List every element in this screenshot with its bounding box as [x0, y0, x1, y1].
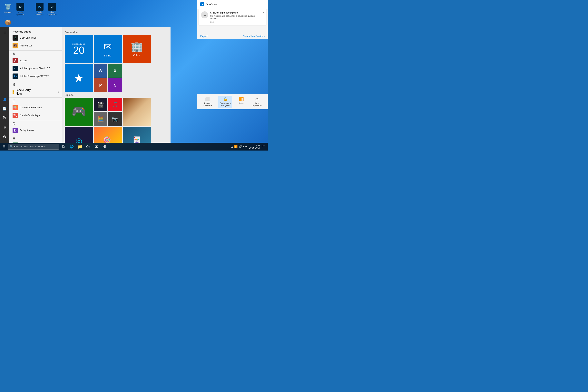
photoshop-icon: Ps — [36, 3, 44, 10]
desktop-icon-lightroom2[interactable]: Lr Adobe Lightroom... — [46, 2, 58, 16]
tile-groove[interactable]: 🎵 — [108, 98, 122, 111]
photoshop-list-icon: Ps — [12, 74, 18, 79]
tile-calendar[interactable]: понедельник 20 — [65, 35, 93, 63]
start-tiles: Создавайте понедельник 20 ✉ Почта 🏢 Offi… — [62, 27, 170, 143]
notification-collapse-button[interactable]: ∧ — [263, 11, 264, 14]
taskbar-file-explorer[interactable]: 📁 — [76, 143, 84, 150]
app-item-dolby[interactable]: D Dolby Access — [10, 126, 62, 134]
lightroom-label: Adobe Lightroom Classic CC — [20, 67, 50, 70]
tile-xbox[interactable]: 🎮 — [65, 98, 93, 126]
user-icon[interactable]: 👤 — [0, 95, 9, 104]
calendar-num: 20 — [73, 45, 84, 55]
app-item-tunnelbear[interactable]: 🐻 TunnelBear — [10, 42, 62, 50]
taskbar-chevron-up-icon[interactable]: ∧ — [231, 145, 233, 148]
app-item-access[interactable]: A Access — [10, 57, 62, 64]
start-apps-list: Recently added 📱 BBM Enterprise 🐻 Tunnel… — [10, 27, 62, 143]
calculator-icon: 🧮 — [97, 116, 104, 122]
network-label: Сеть — [239, 102, 244, 104]
photoshop-label: Adobe Photoshop CC 2017 — [20, 75, 48, 78]
app-item-blackberry[interactable]: ▪ BlackBerry New ∨ — [10, 87, 62, 97]
desktop-icon-photoshop[interactable]: Ps Adobe Photosh... — [34, 2, 46, 16]
movies-icon: 🎬 — [97, 101, 104, 108]
candy-friends-label: Candy Crush Friends — [20, 106, 42, 109]
alpha-divider-d: D — [10, 120, 62, 126]
taskbar-store[interactable]: 🛍 — [84, 143, 92, 150]
desktop-icon-recycle-bin[interactable]: 🗑️ Корзина — [2, 2, 14, 16]
photos-nav-icon[interactable]: 🖼 — [0, 114, 9, 122]
taskbar-search[interactable]: 🔍 Введите здесь текст для поиска — [8, 144, 59, 150]
app-item-candy-friends[interactable]: 🍭 Candy Crush Friends — [10, 104, 62, 112]
systray-tablet-mode[interactable]: ⬜ Режимпланшета — [201, 96, 214, 108]
favorites-icon: ★ — [74, 71, 84, 85]
tiles-grid-create: понедельник 20 ✉ Почта 🏢 Office — [65, 35, 168, 92]
tile-excel[interactable]: X — [108, 64, 122, 78]
app-item-lightroom[interactable]: Lr Adobe Lightroom Classic CC — [10, 64, 62, 72]
mail-icon: ✉ — [104, 41, 112, 52]
tile-solitaire[interactable]: 🃏 — [123, 126, 151, 143]
taskbar-language[interactable]: ENG — [243, 146, 248, 148]
blackberry-label: BlackBerry — [16, 88, 31, 92]
app-item-candy-saga[interactable]: 🍬 Candy Crush Saga — [10, 112, 62, 119]
rotation-lock-icon: 🔒 — [223, 97, 228, 102]
taskbar-volume-icon[interactable]: 🔊 — [239, 145, 242, 148]
tile-snap[interactable]: ◎ — [65, 126, 93, 143]
photoshop-label: Adobe Photosh... — [34, 11, 45, 16]
tile-word[interactable]: W — [94, 64, 108, 78]
blackberry-icon: ▪ — [12, 90, 14, 94]
taskbar-task-view[interactable]: ⧉ — [60, 143, 68, 150]
tile-favorites[interactable]: ★ — [65, 64, 93, 92]
app-item-excel[interactable]: X Excel — [10, 141, 62, 143]
taskbar-network-icon[interactable]: 📶 — [234, 145, 238, 148]
taskbar-notification-button[interactable]: 🗨 — [261, 143, 266, 150]
tablet-mode-label: Режимпланшета — [203, 102, 212, 106]
tile-candy-friends[interactable]: 🍭 — [94, 126, 122, 143]
start-button[interactable]: ⊞ — [0, 143, 8, 150]
taskbar-mail[interactable]: ✉ — [92, 143, 100, 150]
taskbar-clock[interactable]: 3:39 20.05.2019 — [249, 144, 260, 149]
taskbar-edge[interactable]: 🌐 — [68, 143, 76, 150]
taskbar-date: 20.05.2019 — [249, 146, 260, 149]
notification-app-title: OneDrive — [206, 3, 217, 6]
tile-movies[interactable]: 🎬 — [94, 98, 108, 111]
tile-camera[interactable]: 📷 — [108, 112, 122, 126]
notification-card[interactable]: ☁ Снимок экрана сохранен Снимок экрана д… — [199, 10, 266, 25]
notification-card-icon: ☁ — [201, 11, 208, 18]
recently-added-header: Recently added — [10, 28, 62, 34]
app-item-bbm[interactable]: 📱 BBM Enterprise — [10, 34, 62, 42]
alpha-divider-a: A — [10, 50, 62, 57]
blackberry-sublabel: New — [16, 92, 31, 96]
section-label-create: Создавайте — [65, 31, 168, 34]
systray-settings[interactable]: ⚙ Всепараметры — [250, 96, 264, 108]
tile-powerpoint[interactable]: P — [94, 78, 108, 92]
desktop-icon-lightroom1[interactable]: Lr Adobe Lightroom... — [14, 2, 26, 16]
tile-calculator[interactable]: 🧮 — [94, 112, 108, 126]
notification-card-content: Снимок экрана сохранен Снимок экрана доб… — [210, 11, 264, 23]
tile-onenote[interactable]: N — [108, 78, 122, 92]
xbox-icon: 🎮 — [72, 104, 86, 118]
tile-mail[interactable]: ✉ Почта — [94, 35, 122, 63]
lightroom1-icon: Lr — [16, 3, 24, 10]
office-icon: 🏢 — [131, 41, 143, 52]
taskbar-time: 3:39 — [256, 144, 260, 146]
taskbar-settings[interactable]: ⚙ — [101, 143, 108, 150]
ppt-icon: P — [99, 83, 102, 88]
app-item-photoshop[interactable]: Ps Adobe Photoshop CC 2017 — [10, 72, 62, 80]
expand-button[interactable]: Expand — [200, 35, 208, 38]
clear-all-button[interactable]: Clear all notifications — [243, 35, 264, 38]
tile-photos[interactable] — [123, 98, 151, 126]
power-icon[interactable]: ⏻ — [0, 132, 9, 141]
tunnelbear-icon: 🐻 — [12, 43, 18, 48]
tile-office[interactable]: 🏢 Office — [123, 35, 151, 63]
notification-header: ☁ OneDrive — [197, 0, 268, 8]
tunnelbear-label: TunnelBear — [20, 44, 32, 47]
documents-icon[interactable]: 📄 — [0, 104, 9, 113]
settings-nav-icon[interactable]: ⚙ — [0, 123, 9, 132]
access-label: Access — [20, 59, 28, 62]
blackberry-expand-icon[interactable]: ∨ — [58, 90, 59, 93]
systray-network[interactable]: 📶 Сеть — [237, 96, 246, 108]
candy-friends-tile-icon: 🍭 — [103, 136, 113, 143]
lightroom1-label: Adobe Lightroom... — [15, 11, 26, 16]
lightroom-icon: Lr — [12, 66, 18, 71]
systray-rotation-lock[interactable]: 🔒 Блокировкавращения — [218, 96, 232, 108]
hamburger-menu-icon[interactable]: ☰ — [0, 28, 9, 37]
